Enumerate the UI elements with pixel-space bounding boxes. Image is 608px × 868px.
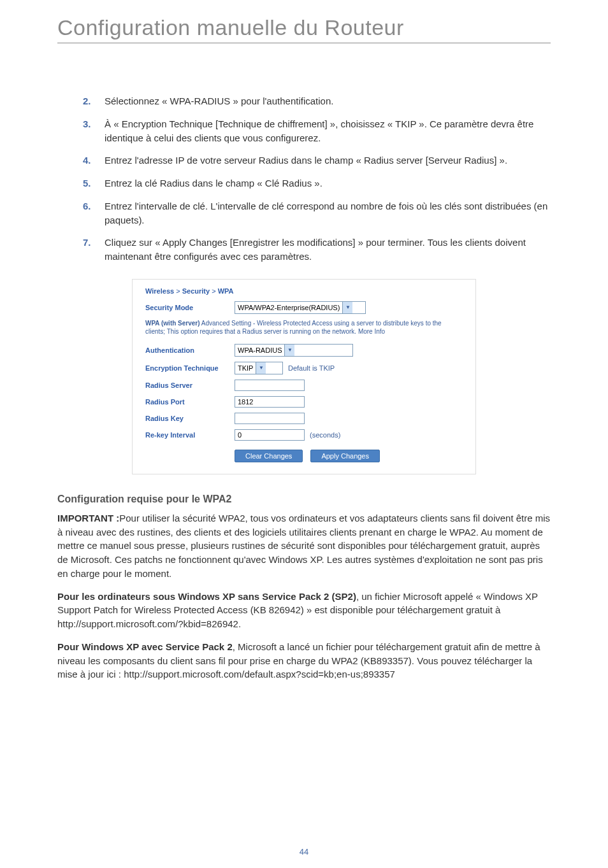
input-radius-key[interactable] [235,413,305,424]
select-value: TKIP [238,364,253,372]
step-2: 2.Sélectionnez « WPA-RADIUS » pour l'aut… [83,94,551,108]
encryption-hint: Default is TKIP [288,364,335,372]
label-security-mode: Security Mode [145,304,235,311]
input-rekey[interactable]: 0 [235,429,305,441]
page: Configuration manuelle du Routeur 2.Séle… [0,0,608,868]
crumb-sep: > [176,287,180,295]
step-text: À « Encryption Technique [Technique de c… [105,117,551,145]
router-ui-screenshot: Wireless > Security > WPA Security Mode … [132,279,476,474]
step-5: 5.Entrez la clé Radius dans le champ « C… [83,176,551,190]
crumb-sep: > [212,287,215,295]
title-rule [57,43,551,43]
para-important: IMPORTANT :Pour utiliser la sécurité WPA… [57,511,551,581]
select-security-mode[interactable]: WPA/WPA2-Enterprise(RADIUS) ▼ [235,301,366,314]
select-value: WPA/WPA2-Enterprise(RADIUS) [238,304,340,311]
step-7: 7.Cliquez sur « Apply Changes [Enregistr… [83,236,551,264]
rekey-unit: (seconds) [310,431,340,439]
row-authentication: Authentication WPA-RADIUS ▼ [145,344,463,357]
label-authentication: Authentication [145,346,235,354]
step-4: 4.Entrez l'adresse IP de votre serveur R… [83,153,551,167]
label-radius-key: Radius Key [145,415,235,422]
breadcrumb: Wireless > Security > WPA [145,287,463,295]
page-title: Configuration manuelle du Routeur [57,15,551,40]
row-rekey: Re-key Interval 0 (seconds) [145,429,463,441]
chevron-down-icon: ▼ [284,345,294,356]
step-text: Entrez l'adresse IP de votre serveur Rad… [105,153,551,167]
step-number: 7. [83,236,105,264]
crumb-security: Security [182,287,210,295]
step-text: Sélectionnez « WPA-RADIUS » pour l'authe… [105,94,551,108]
select-value: WPA-RADIUS [238,346,282,354]
step-number: 4. [83,153,105,167]
input-radius-server[interactable] [235,380,305,391]
instruction-list: 2.Sélectionnez « WPA-RADIUS » pour l'aut… [83,94,551,264]
para-sp2: Pour les ordinateurs sous Windows XP san… [57,590,551,631]
label-sp2: Pour les ordinateurs sous Windows XP san… [57,591,356,602]
step-6: 6.Entrez l'intervalle de clé. L'interval… [83,199,551,227]
page-number: 44 [0,847,608,857]
label-rekey: Re-key Interval [145,431,235,439]
screenshot-container: Wireless > Security > WPA Security Mode … [57,279,551,474]
label-radius-port: Radius Port [145,398,235,406]
wpa-note-bold: WPA (with Server) [145,320,200,327]
step-number: 6. [83,199,105,227]
step-3: 3.À « Encryption Technique [Technique de… [83,117,551,145]
button-row: Clear Changes Apply Changes [235,450,463,462]
row-security-mode: Security Mode WPA/WPA2-Enterprise(RADIUS… [145,301,463,314]
chevron-down-icon: ▼ [256,362,266,374]
row-encryption: Encryption Technique TKIP ▼ Default is T… [145,362,463,374]
input-radius-port[interactable]: 1812 [235,396,305,408]
row-radius-key: Radius Key [145,413,463,424]
row-radius-port: Radius Port 1812 [145,396,463,408]
step-number: 3. [83,117,105,145]
row-radius-server: Radius Server [145,380,463,391]
crumb-wireless: Wireless [145,287,174,295]
label-encryption: Encryption Technique [145,364,235,372]
wpa-note: WPA (with Server) Advanced Setting - Wir… [145,319,463,336]
chevron-down-icon: ▼ [342,302,352,313]
clear-changes-button[interactable]: Clear Changes [235,450,303,462]
step-number: 5. [83,176,105,190]
label-important: IMPORTANT : [57,513,119,523]
para-sp2b: Pour Windows XP avec Service Pack 2, Mic… [57,640,551,681]
select-authentication[interactable]: WPA-RADIUS ▼ [235,344,353,357]
apply-changes-button[interactable]: Apply Changes [310,450,380,462]
step-text: Cliquez sur « Apply Changes [Enregistrer… [105,236,551,264]
select-encryption[interactable]: TKIP ▼ [235,362,283,374]
heading-wpa2: Configuration requise pour le WPA2 [57,494,551,505]
label-radius-server: Radius Server [145,381,235,389]
text-important: Pour utiliser la sécurité WPA2, tous vos… [57,513,550,579]
step-text: Entrez la clé Radius dans le champ « Clé… [105,176,551,190]
label-sp2b: Pour Windows XP avec Service Pack 2 [57,641,233,652]
crumb-wpa: WPA [218,287,234,295]
step-text: Entrez l'intervalle de clé. L'intervalle… [105,199,551,227]
step-number: 2. [83,94,105,108]
